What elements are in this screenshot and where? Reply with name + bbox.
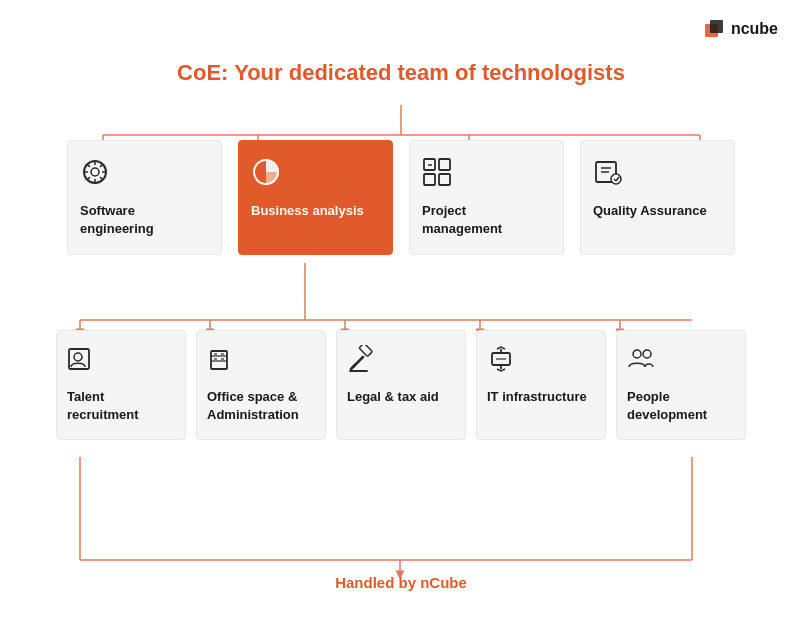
business-analysis-icon	[251, 157, 281, 192]
card-talent-recruitment: Talentrecruitment	[56, 330, 186, 440]
office-space-icon	[207, 345, 235, 378]
page-title: CoE: Your dedicated team of technologist…	[0, 0, 802, 86]
legal-tax-label: Legal & tax aid	[347, 388, 439, 406]
svg-point-60	[643, 350, 651, 358]
logo-text: ncube	[731, 20, 778, 38]
svg-point-59	[633, 350, 641, 358]
svg-rect-44	[211, 351, 227, 369]
software-engineering-icon	[80, 157, 110, 192]
svg-line-27	[100, 164, 103, 167]
project-management-icon	[422, 157, 452, 192]
svg-point-43	[74, 353, 82, 361]
logo-area: ncube	[703, 18, 778, 40]
svg-rect-31	[439, 159, 450, 170]
svg-rect-32	[424, 174, 435, 185]
quality-assurance-icon	[593, 157, 623, 192]
svg-rect-42	[69, 349, 89, 369]
talent-recruitment-icon	[67, 345, 95, 378]
svg-line-28	[87, 177, 90, 180]
legal-tax-icon	[347, 345, 375, 378]
talent-recruitment-label: Talentrecruitment	[67, 388, 139, 423]
card-it-infrastructure: IT infrastructure	[476, 330, 606, 440]
svg-rect-33	[439, 174, 450, 185]
card-office-space-admin: Office space &Administration	[196, 330, 326, 440]
project-management-label: Projectmanagement	[422, 202, 502, 237]
quality-assurance-label: Quality Assurance	[593, 202, 707, 220]
ncube-logo-icon	[703, 18, 725, 40]
svg-rect-18	[710, 20, 723, 33]
card-software-engineering: Softwareengineering	[67, 140, 222, 255]
it-infrastructure-icon	[487, 345, 515, 378]
card-people-development: Peopledevelopment	[616, 330, 746, 440]
office-space-label: Office space &Administration	[207, 388, 299, 423]
card-business-analysis: Business analysis	[238, 140, 393, 255]
svg-point-39	[611, 174, 621, 184]
svg-rect-48	[221, 358, 224, 360]
svg-rect-47	[214, 358, 217, 360]
svg-line-25	[87, 164, 90, 167]
handled-by-ncube-label: Handled by nCube	[0, 574, 802, 591]
card-legal-tax-aid: Legal & tax aid	[336, 330, 466, 440]
svg-rect-49	[214, 353, 217, 355]
svg-rect-51	[359, 345, 372, 356]
card-quality-assurance: Quality Assurance	[580, 140, 735, 255]
business-analysis-label: Business analysis	[251, 202, 364, 220]
row1-cards: Softwareengineering Business analysis Pr…	[30, 140, 772, 255]
people-development-icon	[627, 345, 655, 378]
software-engineering-label: Softwareengineering	[80, 202, 154, 237]
it-infrastructure-label: IT infrastructure	[487, 388, 587, 406]
svg-rect-50	[221, 353, 224, 355]
people-development-label: Peopledevelopment	[627, 388, 707, 423]
card-project-management: Projectmanagement	[409, 140, 564, 255]
svg-line-26	[100, 177, 103, 180]
svg-point-20	[91, 168, 99, 176]
svg-line-53	[351, 365, 355, 369]
row2-cards: Talentrecruitment Office space &Administ…	[30, 330, 772, 440]
